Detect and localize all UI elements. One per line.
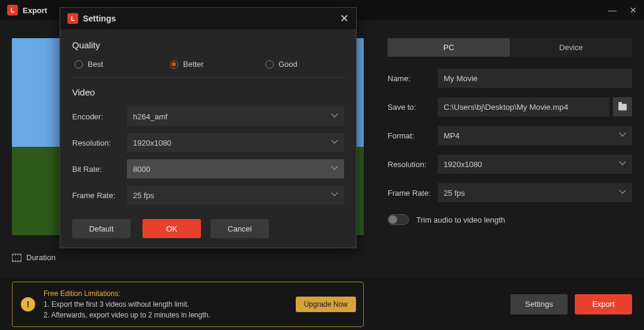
quality-best-option[interactable]: Best [75,60,152,69]
chevron-down-icon [620,132,626,138]
encoder-label: Encoder: [72,112,127,121]
radio-icon [265,60,274,69]
format-label: Format: [388,131,438,140]
chevron-down-icon [332,192,338,198]
name-label: Name: [388,74,438,83]
tab-device[interactable]: Device [510,38,632,57]
resolution-select[interactable]: 1920x1080 [438,155,632,174]
modal-resolution-select[interactable]: 1920x1080 [127,133,344,152]
limitations-title: Free Edition Limitations: [44,288,210,299]
bottom-bar: ! Free Edition Limitations: 1. Export th… [0,278,644,330]
chevron-down-icon [620,161,626,167]
quality-better-label: Better [183,60,204,69]
encoder-select[interactable]: h264_amf [127,107,344,126]
modal-framerate-select[interactable]: 25 fps [127,186,344,205]
quality-good-option[interactable]: Good [265,60,343,69]
saveto-label: Save to: [388,103,438,112]
quality-radio-group: Best Better Good [72,60,344,69]
upgrade-button[interactable]: Upgrade Now [296,297,356,312]
modal-resolution-label: Resolution: [72,138,127,147]
minimize-button[interactable]: — [608,6,617,14]
radio-icon [75,60,83,69]
trim-audio-label: Trim audio to video length [416,215,505,224]
modal-close-button[interactable]: ✕ [340,13,349,24]
framerate-value: 25 fps [444,189,465,198]
format-select[interactable]: MP4 [438,126,632,145]
limitations-banner: ! Free Edition Limitations: 1. Export th… [12,282,364,327]
limitations-line1: 1. Export the first 3 videos without len… [44,299,210,310]
export-button[interactable]: Export [575,294,632,314]
video-heading: Video [72,87,344,97]
modal-framerate-value: 25 fps [133,191,154,200]
resolution-label: Resolution: [388,160,438,169]
chevron-down-icon [332,113,338,119]
framerate-label: Frame Rate: [388,189,438,198]
film-icon [12,254,21,262]
name-input[interactable] [438,69,632,88]
modal-title: Settings [83,14,116,23]
browse-folder-button[interactable] [613,97,632,116]
duration-label: Duration [26,253,55,262]
format-value: MP4 [444,131,460,140]
divider [72,77,344,78]
export-options-panel: PC Device Name: Save to: Format: MP4 [388,38,632,225]
modal-framerate-label: Frame Rate: [72,191,127,200]
limitations-line2: 2. Afterwards, export video up to 2 minu… [44,310,210,320]
chevron-down-icon [620,190,626,196]
device-tabs: PC Device [388,38,632,57]
bitrate-value: 8000 [133,165,150,174]
chevron-down-icon [332,140,338,146]
chevron-down-icon [332,166,338,172]
saveto-input[interactable] [438,97,609,116]
app-icon: L [7,5,18,16]
settings-button[interactable]: Settings [510,294,568,314]
resolution-value: 1920x1080 [444,160,482,169]
radio-icon [170,60,178,69]
close-button[interactable]: ✕ [630,6,637,14]
quality-better-option[interactable]: Better [170,60,247,69]
framerate-select[interactable]: 25 fps [438,183,632,202]
bitrate-select[interactable]: 8000 [127,159,344,178]
settings-modal: L Settings ✕ Quality Best Better Good [60,7,357,248]
quality-good-label: Good [278,60,298,69]
cancel-button[interactable]: Cancel [210,219,269,238]
quality-heading: Quality [72,40,344,50]
trim-audio-toggle[interactable] [388,214,409,225]
app-icon: L [67,13,78,24]
folder-icon [618,104,627,110]
export-window: L Export — ✕ Duration PC Device Name: S [0,0,644,330]
tab-pc[interactable]: PC [388,38,510,57]
ok-button[interactable]: OK [143,219,201,238]
bitrate-label: Bit Rate: [72,165,127,174]
modal-resolution-value: 1920x1080 [133,138,171,147]
window-title: Export [23,6,47,15]
default-button[interactable]: Default [72,219,131,238]
encoder-value: h264_amf [133,112,168,121]
quality-best-label: Best [88,60,103,69]
info-icon: ! [21,297,35,312]
